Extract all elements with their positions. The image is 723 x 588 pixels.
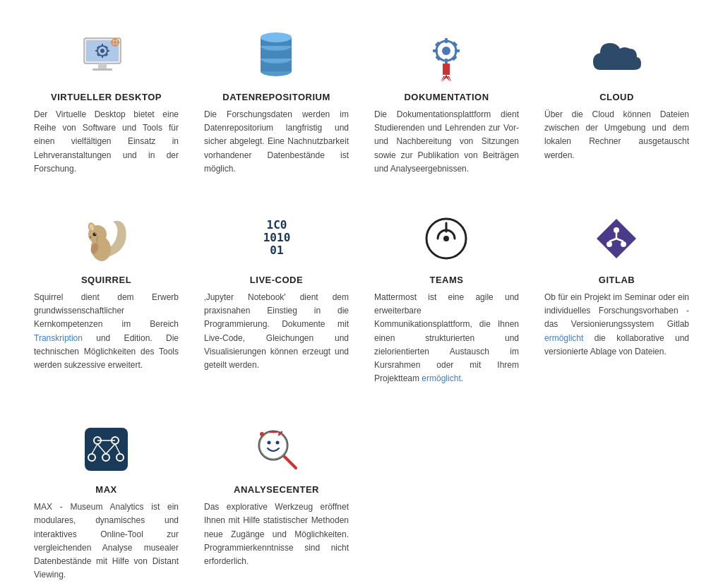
card-title: CLOUD	[599, 92, 634, 102]
card-teams: TEAMS Mattermost ist eine agile und erwe…	[369, 204, 525, 392]
card-text: Über die Cloud können Dateien zwischen d…	[544, 108, 689, 162]
card-text: Ob für ein Projekt im Seminar oder ein i…	[544, 291, 689, 359]
svg-rect-36	[452, 41, 458, 47]
card-gitlab: GITLAB Ob für ein Projekt im Seminar ode…	[539, 204, 695, 392]
svg-rect-3	[92, 68, 112, 71]
analysecenter-icon	[249, 421, 305, 477]
svg-point-58	[607, 241, 612, 247]
card-title: SQUIRREL	[81, 275, 131, 285]
card-title: ANALYSECENTER	[234, 484, 319, 495]
svg-rect-38	[452, 55, 458, 61]
svg-point-79	[260, 432, 264, 436]
card-title: TEAMS	[430, 275, 464, 285]
cloud-icon	[589, 28, 645, 85]
card-cloud: CLOUD Über die Cloud können Dateien zwis…	[539, 21, 695, 183]
svg-rect-16	[114, 38, 116, 40]
card-text: ‚Jupyter Notebook' dient dem praxisnahen…	[204, 291, 349, 372]
card-datenrepositorium: DATENREPOSITORIUM Die Forschungsdaten we…	[198, 21, 354, 183]
svg-rect-17	[114, 44, 116, 47]
cards-row2: SQUIRREL Squirrel dient dem Erwerb grund…	[28, 204, 695, 392]
svg-point-5	[100, 49, 104, 53]
svg-point-15	[114, 41, 116, 44]
svg-point-54	[443, 236, 449, 241]
svg-point-48	[90, 236, 92, 238]
card-max: MAX MAX - Museum Analytics ist ein modul…	[28, 414, 184, 588]
svg-point-59	[621, 241, 626, 247]
svg-point-26	[261, 32, 292, 42]
svg-rect-35	[435, 41, 441, 47]
svg-rect-39	[443, 64, 450, 75]
cards-row1: VIRTUELLER DESKTOP Der Virtuelle Desktop…	[28, 21, 695, 183]
svg-point-57	[614, 227, 619, 233]
svg-point-46	[93, 232, 97, 236]
svg-rect-2	[98, 64, 107, 68]
svg-rect-6	[102, 44, 103, 47]
svg-rect-18	[111, 42, 113, 43]
card-title: GITLAB	[599, 275, 635, 285]
gitlab-icon	[589, 211, 645, 268]
svg-rect-8	[95, 50, 98, 52]
squirrel-icon	[78, 211, 135, 268]
empty-cell-1	[369, 414, 525, 588]
empty-cell-2	[539, 414, 695, 588]
card-text: Der Virtuelle Desktop bietet eine Reihe …	[34, 108, 179, 176]
svg-rect-63	[85, 428, 128, 471]
svg-point-77	[267, 441, 270, 445]
gear-ribbon-icon	[419, 28, 475, 85]
card-text: Die Forschungsdaten werden im Datenrepos…	[204, 108, 349, 176]
svg-point-30	[442, 47, 450, 55]
svg-rect-19	[117, 42, 119, 43]
card-title: MAX	[95, 484, 116, 495]
svg-rect-33	[433, 49, 438, 52]
svg-point-78	[275, 441, 279, 445]
card-analysecenter: ANALYSECENTER Das explorative Werkzeug e…	[198, 414, 354, 588]
svg-rect-7	[102, 55, 103, 58]
card-text: Die Dokumentationsplattform dient Studie…	[374, 108, 519, 176]
svg-rect-9	[107, 50, 109, 52]
card-text: Mattermost ist eine agile und erweiterba…	[374, 291, 519, 385]
max-icon	[78, 421, 135, 477]
svg-rect-31	[445, 38, 448, 43]
card-squirrel: SQUIRREL Squirrel dient dem Erwerb grund…	[28, 204, 184, 392]
svg-point-47	[95, 233, 96, 234]
card-title: VIRTUELLER DESKTOP	[51, 92, 162, 102]
card-text: Squirrel dient dem Erwerb grundwissensch…	[34, 291, 179, 372]
card-title: DATENREPOSITORIUM	[222, 92, 330, 102]
database-icon	[249, 28, 305, 85]
svg-rect-37	[435, 55, 441, 61]
binary-icon: 1C0 1010 01	[249, 211, 305, 268]
svg-text:01: 01	[270, 244, 283, 257]
card-dokumentation: DOKUMENTATION Die Dokumentationsplattfor…	[369, 21, 525, 183]
card-text: Das explorative Werkzeug eröffnet Ihnen …	[204, 500, 349, 568]
svg-text:1010: 1010	[263, 231, 290, 244]
card-text: MAX - Museum Analytics ist ein modulares…	[34, 500, 179, 582]
svg-rect-32	[445, 59, 448, 64]
card-live-code: 1C0 1010 01 LIVE-CODE ‚Jupyter Notebook'…	[198, 204, 354, 392]
card-title: LIVE-CODE	[250, 275, 303, 285]
card-virtueller-desktop: VIRTUELLER DESKTOP Der Virtuelle Desktop…	[28, 21, 184, 183]
svg-text:1C0: 1C0	[266, 218, 287, 232]
card-title: DOKUMENTATION	[404, 92, 489, 102]
monitor-gear-icon	[78, 28, 135, 85]
svg-rect-34	[455, 49, 460, 52]
teams-icon	[419, 211, 475, 268]
svg-line-76	[285, 457, 296, 468]
